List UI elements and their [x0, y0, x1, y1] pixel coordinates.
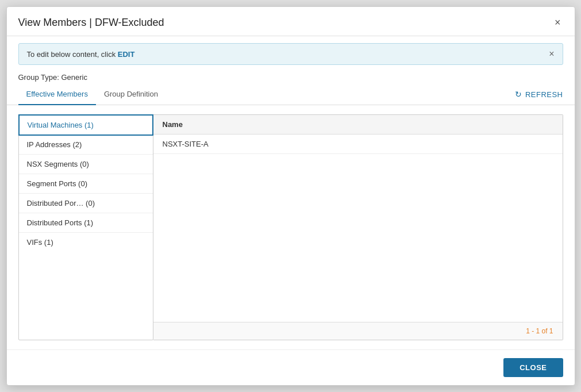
banner-text: To edit below content, click EDIT [27, 50, 135, 59]
left-item-distributed-ports[interactable]: Distributed Ports (1) [19, 213, 153, 233]
info-banner: To edit below content, click EDIT × [18, 43, 563, 65]
dialog-header: View Members | DFW-Excluded × [7, 7, 575, 36]
refresh-icon: ↻ [515, 90, 522, 99]
group-type-label: Group Type: Generic [7, 70, 575, 82]
right-panel: Name NSXT-SITE-A 1 - 1 of 1 [153, 114, 563, 340]
content-area: Virtual Machines (1) IP Addresses (2) NS… [7, 105, 575, 349]
left-item-segment-ports[interactable]: Segment Ports (0) [19, 174, 153, 194]
dialog-footer: CLOSE [7, 349, 575, 385]
left-item-nsx-segments[interactable]: NSX Segments (0) [19, 155, 153, 174]
tab-group-definition[interactable]: Group Definition [96, 84, 166, 105]
left-item-virtual-machines[interactable]: Virtual Machines (1) [18, 114, 153, 136]
dialog-title: View Members | DFW-Excluded [18, 17, 164, 29]
tab-effective-members[interactable]: Effective Members [18, 84, 96, 105]
tabs-row: Effective Members Group Definition ↻ REF… [7, 84, 575, 105]
tabs-container: Effective Members Group Definition [18, 84, 166, 105]
left-panel: Virtual Machines (1) IP Addresses (2) NS… [18, 114, 153, 340]
table-pagination: 1 - 1 of 1 [153, 322, 563, 340]
edit-link[interactable]: EDIT [118, 50, 135, 59]
left-item-distributed-por[interactable]: Distributed Por… (0) [19, 194, 153, 213]
table-empty-space [153, 154, 563, 322]
dialog-close-icon[interactable]: × [552, 16, 563, 29]
refresh-button[interactable]: ↻ REFRESH [515, 90, 563, 99]
refresh-label: REFRESH [525, 90, 563, 99]
view-members-dialog: View Members | DFW-Excluded × To edit be… [6, 6, 575, 386]
left-item-ip-addresses[interactable]: IP Addresses (2) [19, 135, 153, 155]
table-column-name: Name [153, 115, 563, 134]
results-table: Name NSXT-SITE-A 1 - 1 of 1 [153, 115, 563, 340]
banner-close-icon[interactable]: × [549, 49, 554, 59]
close-button[interactable]: CLOSE [503, 358, 563, 377]
left-item-vifs[interactable]: VIFs (1) [19, 233, 153, 252]
table-row: NSXT-SITE-A [153, 134, 563, 154]
